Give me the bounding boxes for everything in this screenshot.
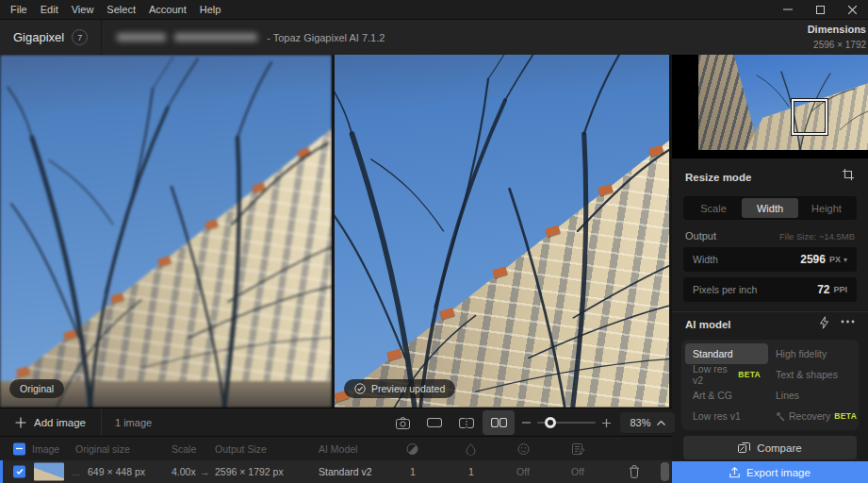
compare-button[interactable]: Compare	[683, 436, 857, 459]
recovery-sparkle-icon	[776, 411, 785, 421]
menu-view[interactable]: View	[65, 0, 101, 20]
export-image-button[interactable]: Export image	[672, 461, 868, 483]
row-scale[interactable]: 4.00x	[172, 466, 196, 477]
header-ai-model: AI Model	[319, 443, 357, 455]
row-output-size: 2596 × 1792 px	[215, 466, 284, 477]
maximize-button[interactable]	[804, 0, 836, 19]
dimensions-readout: Dimensions 2596 × 1792	[808, 22, 868, 53]
zoom-percent-control[interactable]: 83%	[620, 412, 675, 433]
row-original-size: 649 × 448 px	[88, 466, 145, 477]
ai-model-label: AI model	[685, 319, 731, 330]
zoom-percent-value: 83%	[630, 417, 650, 428]
menu-file[interactable]: File	[4, 0, 34, 20]
ppi-field-unit: PPI	[833, 285, 847, 294]
model-low-res-v1[interactable]: Low res v1	[685, 406, 768, 426]
resize-mode-label: Resize mode	[685, 172, 751, 183]
zoom-slider-knob[interactable]	[545, 417, 556, 428]
row-text-recovery-value[interactable]: Off	[571, 466, 584, 477]
split-view-button[interactable]	[450, 410, 483, 435]
tree-branches	[0, 55, 332, 408]
select-all-checkbox[interactable]	[13, 442, 25, 455]
image-table-header: Image Original size Scale Output Size AI…	[0, 436, 672, 460]
image-table-row[interactable]: ... 649 × 448 px 4.00x → 2596 × 1792 px …	[0, 460, 672, 483]
row-checkbox[interactable]	[13, 466, 25, 478]
ai-model-grid: Standard High fidelity Low res v2 BETA T…	[681, 340, 859, 430]
close-button[interactable]	[836, 0, 868, 19]
plus-icon	[15, 417, 26, 428]
model-label: Art & CG	[693, 390, 732, 401]
add-image-button[interactable]: Add image	[0, 408, 101, 436]
model-label: Recovery	[789, 410, 830, 422]
model-label: Lines	[776, 390, 799, 401]
model-label: Low res v2	[693, 363, 734, 386]
tab-scale[interactable]: Scale	[685, 198, 742, 218]
face-recovery-icon	[517, 442, 530, 455]
view-controls: 83%	[386, 408, 675, 437]
lightning-icon[interactable]	[818, 316, 830, 329]
model-art-cg[interactable]: Art & CG	[685, 385, 768, 406]
beta-badge: BETA	[834, 411, 857, 421]
original-preview-pane[interactable]: Original	[0, 55, 332, 408]
width-field-label: Width	[693, 254, 718, 265]
upscaled-preview-pane[interactable]: Preview updated	[335, 55, 669, 408]
width-field[interactable]: Width 2596 PX ▾	[683, 247, 857, 272]
width-field-unit: PX	[829, 255, 841, 264]
snapshot-camera-button[interactable]	[386, 410, 418, 435]
header-image: Image	[32, 443, 59, 455]
app-logo: Gigapixel 7	[0, 20, 102, 55]
export-upload-icon	[729, 467, 740, 478]
tab-height[interactable]: Height	[798, 198, 855, 218]
model-text-shapes[interactable]: Text & shapes	[768, 364, 864, 385]
navigation-thumbnail[interactable]	[672, 55, 868, 158]
zoom-slider	[522, 419, 611, 427]
model-standard[interactable]: Standard	[685, 343, 768, 364]
title-bar: Gigapixel 7 - Topaz Gigapixel AI 7.1.2 D…	[0, 20, 868, 55]
ppi-field-value[interactable]: 72	[817, 283, 829, 296]
row-sharpen-value[interactable]: 1	[410, 466, 416, 477]
crop-icon[interactable]	[842, 168, 855, 181]
chevron-up-icon	[657, 421, 665, 425]
zoom-out-icon[interactable]	[522, 422, 531, 424]
more-options-icon[interactable]	[841, 320, 855, 324]
model-high-fidelity[interactable]: High fidelity	[768, 343, 864, 364]
model-lines[interactable]: Lines	[768, 385, 864, 406]
row-face-recovery-value[interactable]: Off	[516, 466, 530, 477]
minimize-button[interactable]	[772, 0, 804, 19]
zoom-in-icon[interactable]	[602, 419, 611, 427]
beta-badge: BETA	[738, 370, 761, 379]
menu-bar: File Edit View Select Account Help	[0, 0, 868, 20]
zoom-slider-track[interactable]	[537, 422, 596, 424]
menu-help[interactable]: Help	[193, 0, 228, 20]
delete-row-icon[interactable]	[629, 465, 640, 478]
image-count-label: 1 image	[102, 417, 165, 428]
gigapixel-window: File Edit View Select Account Help Gigap…	[0, 0, 868, 483]
single-view-button[interactable]	[418, 410, 450, 435]
menu-account[interactable]: Account	[142, 0, 193, 20]
add-image-label: Add image	[34, 417, 86, 428]
nav-branches	[698, 55, 868, 150]
ppi-field-label: Pixels per inch	[693, 284, 757, 295]
menu-edit[interactable]: Edit	[34, 0, 65, 20]
width-field-value[interactable]: 2596	[800, 253, 826, 266]
nav-selection-rect[interactable]	[792, 99, 827, 135]
original-label: Original	[20, 383, 54, 394]
model-recovery[interactable]: Recovery BETA	[768, 406, 864, 426]
version-badge: 7	[72, 29, 88, 45]
unit-dropdown-caret-icon[interactable]: ▾	[843, 256, 847, 264]
row-denoise-value[interactable]: 1	[468, 466, 474, 477]
denoise-icon	[466, 442, 476, 455]
row-ai-model[interactable]: Standard v2	[319, 466, 372, 477]
ppi-field[interactable]: Pixels per inch 72 PPI	[683, 277, 857, 302]
table-scrollbar-thumb[interactable]	[661, 462, 669, 481]
output-row: Output File Size: ~14.5MB	[685, 230, 855, 242]
row-selected-accent	[0, 460, 3, 483]
side-by-side-view-button[interactable]	[483, 410, 515, 435]
sharpen-icon	[406, 442, 418, 455]
compare-icon	[738, 442, 750, 454]
tab-width[interactable]: Width	[742, 198, 798, 218]
redacted-block	[117, 33, 166, 42]
row-ellipsis[interactable]: ...	[72, 466, 80, 477]
menu-select[interactable]: Select	[100, 0, 142, 20]
file-size-estimate: File Size: ~14.5MB	[779, 231, 855, 242]
model-low-res-v2[interactable]: Low res v2 BETA	[685, 364, 768, 385]
